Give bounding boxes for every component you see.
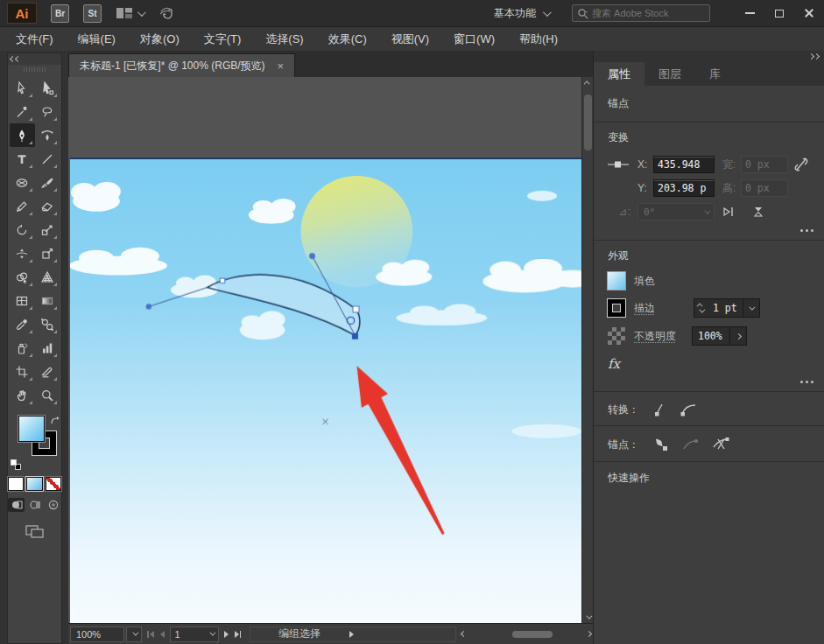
workspace-switcher[interactable]: 基本功能 bbox=[494, 6, 549, 21]
tool-eyedropper[interactable] bbox=[10, 312, 35, 336]
vertical-scroll-thumb[interactable] bbox=[584, 94, 592, 150]
stroke-weight-value[interactable]: 1 pt bbox=[708, 302, 743, 314]
color-button[interactable] bbox=[8, 477, 24, 491]
tool-rotate[interactable] bbox=[10, 218, 35, 242]
stroke-color-swatch[interactable] bbox=[608, 299, 625, 317]
opacity-field[interactable]: 100% bbox=[692, 326, 747, 346]
menu-item-select[interactable]: 选择(S) bbox=[253, 27, 315, 52]
zoom-level-field[interactable]: 100% bbox=[70, 626, 124, 642]
opacity-value[interactable]: 100% bbox=[693, 330, 729, 342]
next-artboard-button[interactable] bbox=[224, 631, 229, 638]
scroll-down-icon[interactable] bbox=[586, 613, 592, 620]
horizontal-scroll-thumb[interactable] bbox=[512, 631, 553, 638]
tool-magic-wand[interactable] bbox=[10, 100, 35, 123]
tool-zoom[interactable] bbox=[35, 383, 60, 407]
menu-item-type[interactable]: 文字(T) bbox=[192, 27, 254, 52]
tool-mesh[interactable] bbox=[10, 289, 35, 312]
flip-horizontal-icon[interactable] bbox=[722, 205, 736, 219]
scroll-up-icon[interactable] bbox=[583, 80, 589, 87]
tool-free-transform[interactable] bbox=[35, 242, 60, 265]
menu-item-file[interactable]: 文件(F) bbox=[4, 27, 66, 52]
horizontal-scrollbar[interactable] bbox=[461, 626, 591, 642]
opacity-dropdown[interactable] bbox=[730, 334, 746, 339]
tool-ellipse[interactable] bbox=[10, 171, 35, 194]
y-input[interactable] bbox=[654, 180, 714, 196]
tool-width[interactable] bbox=[10, 242, 35, 265]
link-dimensions-button[interactable] bbox=[788, 156, 813, 173]
first-artboard-button[interactable] bbox=[147, 631, 154, 638]
stock-button[interactable]: St bbox=[83, 4, 102, 23]
tool-direct-selection[interactable] bbox=[35, 76, 60, 100]
cut-path-icon[interactable] bbox=[711, 436, 730, 453]
maximize-button[interactable] bbox=[764, 0, 794, 26]
tool-gradient[interactable] bbox=[35, 289, 60, 312]
tool-slice[interactable] bbox=[35, 360, 60, 383]
menu-item-object[interactable]: 对象(O) bbox=[128, 27, 192, 52]
convert-to-smooth-icon[interactable] bbox=[680, 402, 697, 417]
reference-point-icon[interactable] bbox=[608, 159, 630, 170]
tools-drag-grip[interactable] bbox=[8, 65, 61, 74]
scroll-left-icon[interactable] bbox=[461, 631, 467, 637]
opacity-label[interactable]: 不透明度 bbox=[634, 329, 685, 344]
canvas[interactable] bbox=[68, 77, 593, 623]
zoom-dropdown-button[interactable] bbox=[126, 626, 142, 642]
stroke-label[interactable]: 描边 bbox=[634, 301, 685, 316]
tool-column-graph[interactable] bbox=[35, 336, 60, 360]
tab-libraries[interactable]: 库 bbox=[695, 62, 735, 86]
scroll-right-icon[interactable] bbox=[586, 631, 592, 637]
transform-more-options[interactable] bbox=[608, 229, 813, 232]
tab-close-button[interactable]: × bbox=[278, 60, 285, 73]
draw-normal-button[interactable] bbox=[8, 498, 25, 512]
status-menu-arrow-icon[interactable] bbox=[349, 631, 453, 638]
tools-collapse-button[interactable] bbox=[8, 53, 61, 65]
opacity-swatch[interactable] bbox=[608, 327, 625, 345]
fill-color-swatch[interactable] bbox=[608, 272, 625, 290]
vertical-scrollbar[interactable] bbox=[581, 77, 593, 623]
menu-item-window[interactable]: 窗口(W) bbox=[441, 27, 507, 52]
add-anchor-icon[interactable] bbox=[651, 436, 669, 453]
x-input[interactable] bbox=[654, 157, 714, 172]
share-screen-button[interactable] bbox=[158, 6, 177, 20]
panel-collapse-button[interactable] bbox=[594, 51, 824, 62]
tool-type[interactable] bbox=[10, 147, 35, 171]
bridge-button[interactable]: Br bbox=[51, 4, 69, 23]
effects-button[interactable]: fx bbox=[608, 356, 813, 372]
document-tab[interactable]: 未标题-1 [已恢复]* @ 100% (RGB/预览) × bbox=[68, 53, 295, 77]
tool-eraser[interactable] bbox=[35, 194, 60, 218]
draw-behind-button[interactable] bbox=[26, 498, 43, 512]
flip-vertical-icon[interactable] bbox=[751, 205, 765, 219]
tool-artboard[interactable] bbox=[10, 360, 35, 383]
tool-hand[interactable] bbox=[10, 383, 35, 407]
status-indicator[interactable]: 编组选择 bbox=[250, 626, 456, 642]
tool-line-segment[interactable] bbox=[35, 147, 60, 171]
last-artboard-button[interactable] bbox=[235, 631, 242, 638]
gradient-button[interactable] bbox=[26, 477, 42, 491]
draw-inside-button[interactable] bbox=[45, 498, 61, 512]
tool-scale[interactable] bbox=[35, 218, 60, 242]
stepper-down-icon[interactable] bbox=[699, 307, 705, 313]
tool-pen[interactable] bbox=[10, 123, 35, 147]
menu-item-view[interactable]: 视图(V) bbox=[379, 27, 441, 52]
artboard[interactable] bbox=[70, 158, 581, 623]
tool-shape-builder[interactable] bbox=[10, 265, 35, 289]
tool-perspective-grid[interactable] bbox=[35, 265, 60, 289]
swap-fill-stroke-button[interactable] bbox=[50, 414, 60, 430]
artboard-number-field[interactable]: 1 bbox=[170, 626, 219, 642]
fill-proxy-swatch[interactable] bbox=[18, 416, 45, 442]
menu-item-effect[interactable]: 效果(C) bbox=[316, 27, 379, 52]
y-field[interactable] bbox=[653, 179, 715, 197]
previous-artboard-button[interactable] bbox=[160, 631, 165, 638]
minimize-button[interactable] bbox=[735, 0, 764, 26]
stroke-weight-dropdown[interactable] bbox=[743, 306, 759, 311]
search-input[interactable] bbox=[592, 8, 705, 18]
tool-selection[interactable] bbox=[10, 76, 35, 100]
tool-lasso[interactable] bbox=[35, 100, 60, 123]
x-field[interactable] bbox=[653, 156, 715, 173]
horizontal-scroll-track[interactable] bbox=[468, 629, 584, 640]
tool-paintbrush[interactable] bbox=[35, 171, 60, 194]
tab-layers[interactable]: 图层 bbox=[644, 62, 695, 86]
stroke-weight-stepper[interactable]: 1 pt bbox=[694, 298, 760, 318]
menu-item-edit[interactable]: 编辑(E) bbox=[66, 27, 128, 52]
tool-pencil[interactable] bbox=[10, 194, 35, 218]
appearance-more-options[interactable] bbox=[608, 381, 813, 383]
